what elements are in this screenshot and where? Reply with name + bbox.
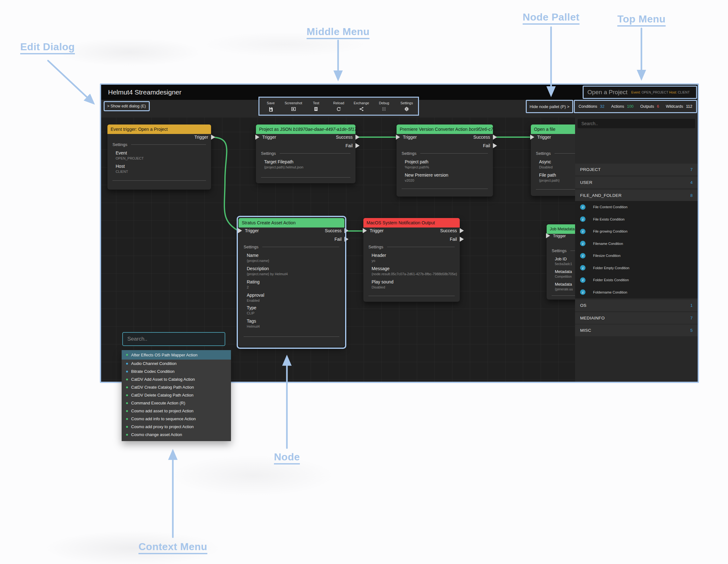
top-menu-stream-box[interactable]: Open a Project Event: OPEN_PROJECT Host:… xyxy=(583,86,697,99)
node-setting: Description{project.name} by Helmut4 xyxy=(247,266,340,276)
context-menu-item[interactable]: After Effects OS Path Mapper Action xyxy=(122,350,231,360)
settings-button[interactable]: Settings xyxy=(396,101,418,112)
pallet-group-misc[interactable]: MISC5 xyxy=(575,324,698,336)
node-macos-notification[interactable]: MacOS System Notification Output Trigger… xyxy=(363,218,460,302)
action-dot-icon xyxy=(126,434,128,436)
node-setting: EventOPEN_PROJECT xyxy=(116,150,207,160)
pallet-search-input[interactable] xyxy=(578,119,695,128)
context-menu-item[interactable]: Cosmo change asset Action xyxy=(122,431,231,439)
pallet-group-mediainfo[interactable]: MEDIAINFO7 xyxy=(575,312,698,324)
pallet-item[interactable]: i File Content Condition xyxy=(575,201,698,213)
port-trigger-in[interactable]: Trigger xyxy=(547,232,566,240)
info-icon[interactable]: i xyxy=(580,289,585,295)
exchange-icon xyxy=(359,106,364,112)
node-setting: New Premiere versionv2020 xyxy=(405,173,488,182)
show-edit-dialog-button[interactable]: > Show edit dialog (E) xyxy=(104,101,150,111)
port-trigger-in[interactable]: Trigger xyxy=(363,227,384,234)
port-success-out[interactable]: Success xyxy=(440,227,460,234)
pallet-item[interactable]: i File Exists Condition xyxy=(575,213,698,226)
pallet-group-file-and-folder[interactable]: FILE_AND_FOLDER8 xyxy=(575,190,698,201)
context-menu-item[interactable]: Cosmo add proxy to project Action xyxy=(122,423,231,431)
port-arrow-icon xyxy=(355,143,360,148)
port-fail-out[interactable]: Fail xyxy=(483,142,493,149)
node-stratus-create-asset[interactable]: Stratus Create Asset Action Trigger Succ… xyxy=(239,218,344,347)
port-arrow-icon xyxy=(493,143,497,148)
node-header[interactable]: Event trigger: Open a Project xyxy=(107,124,211,134)
info-icon[interactable]: i xyxy=(580,229,585,234)
port-arrow-icon xyxy=(363,228,367,233)
node-divider xyxy=(112,180,206,181)
node-header[interactable]: Premiere Version Converter Action bce9f2… xyxy=(397,124,493,134)
port-arrow-icon xyxy=(344,237,349,242)
hide-node-pallet-button[interactable]: Hide node pallet (P) > xyxy=(526,100,573,113)
port-arrow-icon xyxy=(460,228,464,233)
info-icon[interactable]: i xyxy=(580,204,585,210)
node-setting: Message{node.result.05c7c07a-2d61-427b-8… xyxy=(372,266,455,276)
node-project-as-json[interactable]: Project as JSON b18970ae-daae-4497-a1de-… xyxy=(256,124,355,183)
node-setting: Target Filepath{project.path}.helmut.jso… xyxy=(264,159,351,169)
pallet-group-project[interactable]: PROJECT7 xyxy=(575,164,698,175)
node-premiere-version-converter[interactable]: Premiere Version Converter Action bce9f2… xyxy=(397,124,493,197)
test-button[interactable]: Test xyxy=(305,101,327,112)
context-menu: After Effects OS Path Mapper Action Audi… xyxy=(122,350,231,441)
node-uuid: b18970ae-daae-4497-a1de-5f17a8339… xyxy=(293,127,355,132)
node-header[interactable]: Project as JSON b18970ae-daae-4497-a1de-… xyxy=(256,124,355,134)
info-icon[interactable]: i xyxy=(580,253,585,258)
save-button[interactable]: Save xyxy=(260,101,282,112)
pallet-group-os[interactable]: OS1 xyxy=(575,300,698,311)
context-menu-item[interactable]: Command Execute Action (R) xyxy=(122,399,231,407)
port-fail-out[interactable]: Fail xyxy=(334,235,344,243)
annotation-top-menu: Top Menu xyxy=(617,13,666,27)
context-menu-item[interactable]: Bitrate Codec Condition xyxy=(122,367,231,375)
info-icon[interactable]: i xyxy=(580,277,585,283)
pallet-item[interactable]: i Folder Exists Condition xyxy=(575,274,698,286)
node-title: MacOS System Notification Output xyxy=(367,220,435,225)
reload-button[interactable]: Reload xyxy=(328,101,350,112)
port-trigger-in[interactable]: Trigger xyxy=(531,133,551,141)
context-menu-search-input[interactable] xyxy=(122,332,225,346)
debug-button[interactable]: Debug xyxy=(373,101,395,112)
port-fail-out[interactable]: Fail xyxy=(450,235,460,243)
port-trigger-in[interactable]: Trigger xyxy=(256,133,276,141)
exchange-button[interactable]: Exchange xyxy=(350,101,373,112)
node-setting: HostCLIENT xyxy=(116,164,207,173)
pallet-item[interactable]: i Filename Condition xyxy=(575,238,698,250)
action-dot-icon xyxy=(126,394,128,396)
info-icon[interactable]: i xyxy=(580,216,585,222)
context-menu-item[interactable]: Audio Channel Condition xyxy=(122,360,231,367)
screenshot-button[interactable]: Screenshot xyxy=(282,101,305,112)
pallet-item[interactable]: i Filesize Condition xyxy=(575,250,698,262)
pallet-item[interactable]: i Folder Empty Condition xyxy=(575,262,698,274)
node-setting: Name{project.name} xyxy=(247,253,340,263)
node-header[interactable]: MacOS System Notification Output xyxy=(363,218,460,227)
node-event-trigger[interactable]: Event trigger: Open a Project Trigger Se… xyxy=(107,124,211,190)
info-icon[interactable]: i xyxy=(580,265,585,270)
port-arrow-icon xyxy=(493,135,497,140)
pallet-counts-bar: Conditions 32 Actions 100 Outputs 6 Wild… xyxy=(574,100,697,113)
port-fail-out[interactable]: Fail xyxy=(345,142,355,149)
context-menu-item[interactable]: Cosmo add asset to project Action xyxy=(122,407,231,415)
annotation-middle-menu: Middle Menu xyxy=(306,26,369,39)
context-menu-item[interactable]: CatDV Create Catalog Path Action xyxy=(122,383,231,391)
event-value: OPEN_PROJECT xyxy=(641,90,668,94)
node-setting: TypeCLIP xyxy=(247,305,340,315)
pallet-group-user[interactable]: USER4 xyxy=(575,177,698,188)
condition-dot-icon xyxy=(126,371,128,373)
node-header[interactable]: Stratus Create Asset Action xyxy=(239,218,344,227)
pallet-item[interactable]: i File growing Condition xyxy=(575,225,698,238)
port-success-out[interactable]: Success xyxy=(325,227,344,234)
background-smudge xyxy=(57,38,202,66)
context-menu-item[interactable]: CatDV Add Asset to Catalog Action xyxy=(122,375,231,383)
port-arrow-icon xyxy=(396,135,400,140)
context-menu-item[interactable]: Cosmo add info to sequence Action xyxy=(122,415,231,423)
info-icon[interactable]: i xyxy=(580,241,585,246)
port-success-out[interactable]: Success xyxy=(473,133,493,141)
context-menu-item[interactable]: CatDV Delete Catalog Path Action xyxy=(122,391,231,399)
port-trigger-in[interactable]: Trigger xyxy=(239,227,259,234)
port-trigger-in[interactable]: Trigger xyxy=(397,133,417,141)
node-title: Event trigger: Open a Project xyxy=(111,127,168,132)
port-trigger-out[interactable]: Trigger xyxy=(194,133,211,141)
port-success-out[interactable]: Success xyxy=(336,133,355,141)
condition-dot-icon xyxy=(126,363,128,365)
pallet-item[interactable]: i Foldername Condition xyxy=(575,286,698,299)
